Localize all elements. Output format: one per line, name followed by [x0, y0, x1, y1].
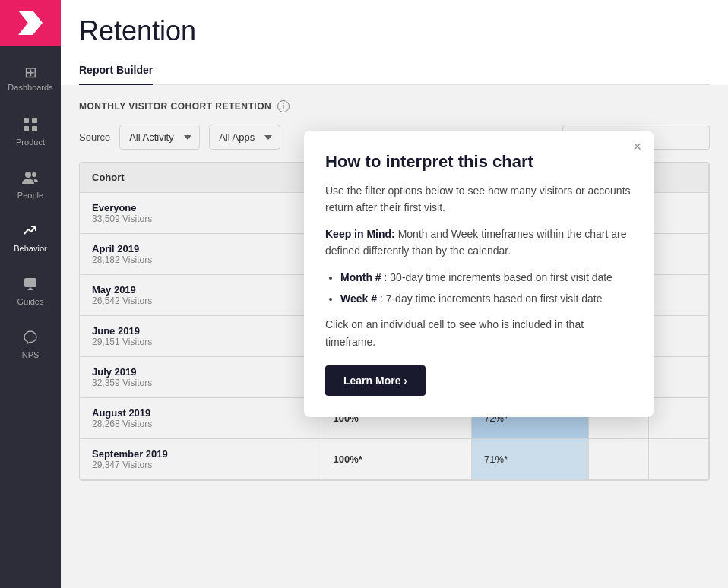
bullet-week-label: Week # — [340, 292, 377, 305]
people-label: People — [17, 191, 43, 200]
nps-label: NPS — [22, 350, 40, 359]
nps-icon — [23, 330, 38, 347]
product-icon — [23, 117, 38, 134]
bullet-month-label: Month # — [340, 271, 381, 283]
svg-rect-6 — [24, 278, 36, 287]
sidebar-item-product[interactable]: Product — [0, 105, 61, 158]
sidebar-item-people[interactable]: People — [0, 158, 61, 211]
dashboards-label: Dashboards — [8, 83, 52, 92]
modal-bullets: Month # : 30-day time increments based o… — [325, 269, 632, 308]
svg-point-5 — [32, 172, 36, 177]
sidebar-item-behavior[interactable]: Behavior — [0, 211, 61, 264]
content-area: MONTHLY VISITOR COHORT RETENTION i Sourc… — [61, 85, 728, 588]
modal-keep-in-mind: Keep in Mind: Month and Week timeframes … — [325, 226, 632, 260]
tab-bar: Report Builder — [79, 56, 710, 85]
modal-body: Use the filter options below to see how … — [325, 182, 632, 350]
behavior-icon — [23, 223, 38, 241]
guides-icon — [23, 277, 38, 294]
sidebar-item-nps[interactable]: NPS — [0, 318, 61, 371]
learn-more-button[interactable]: Learn More › — [325, 365, 426, 396]
modal-title: How to interpret this chart — [325, 152, 632, 172]
modal-overlay[interactable]: × How to interpret this chart Use the fi… — [61, 85, 728, 588]
bullet-month-text: : 30-day time increments based on first … — [385, 271, 612, 283]
svg-rect-1 — [32, 118, 37, 123]
svg-rect-0 — [24, 118, 29, 123]
guides-label: Guides — [17, 297, 44, 306]
bullet-week-text: : 7-day time increments based on first v… — [380, 292, 603, 305]
svg-rect-3 — [32, 126, 37, 131]
interpretation-modal: × How to interpret this chart Use the fi… — [304, 131, 654, 417]
bullet-month: Month # : 30-day time increments based o… — [340, 269, 632, 286]
svg-rect-2 — [24, 126, 29, 131]
dashboards-icon: ⊞ — [24, 65, 37, 80]
app-logo — [0, 0, 61, 46]
keep-in-mind-label: Keep in Mind: — [325, 228, 395, 240]
logo-mark — [18, 11, 43, 35]
main-content: Retention Report Builder MONTHLY VISITOR… — [61, 0, 728, 588]
people-icon — [22, 170, 39, 188]
product-label: Product — [16, 138, 45, 147]
modal-close-button[interactable]: × — [633, 140, 641, 153]
modal-click-note: Click on an individual cell to see who i… — [325, 316, 632, 350]
svg-point-4 — [25, 172, 31, 178]
page-header: Retention Report Builder — [61, 0, 728, 85]
tab-report-builder[interactable]: Report Builder — [79, 56, 153, 85]
page-title: Retention — [79, 15, 710, 47]
modal-intro: Use the filter options below to see how … — [325, 182, 632, 217]
sidebar: ⊞ Dashboards Product People — [0, 0, 61, 588]
sidebar-item-guides[interactable]: Guides — [0, 264, 61, 318]
sidebar-item-dashboards[interactable]: ⊞ Dashboards — [0, 52, 61, 105]
behavior-label: Behavior — [14, 244, 46, 253]
bullet-week: Week # : 7-day time increments based on … — [340, 290, 632, 307]
